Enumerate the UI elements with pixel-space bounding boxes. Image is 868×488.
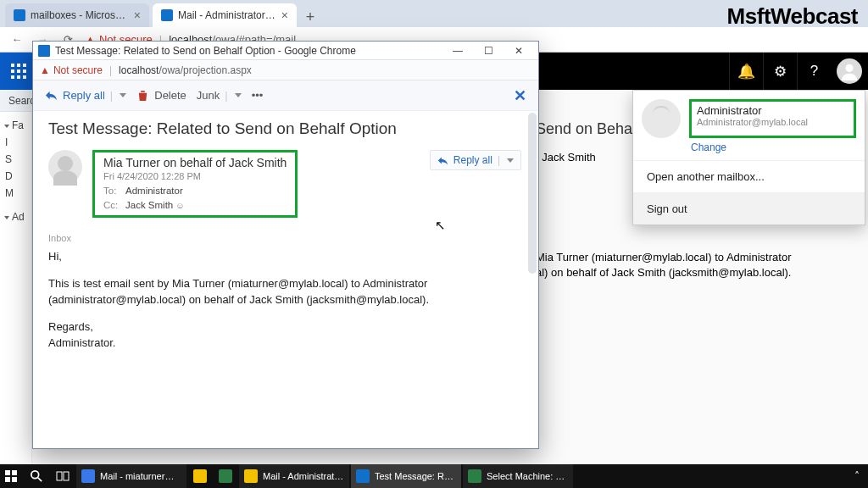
svg-rect-5 (23, 69, 26, 73)
browser-tab[interactable]: mailboxes - Microsoft Exchange × (5, 3, 149, 27)
sender-line: Mia Turner on behalf of Jack Smith (103, 156, 287, 169)
taskbar-app[interactable]: Mail - Administrato... (239, 464, 349, 488)
svg-rect-3 (11, 69, 14, 73)
maximize-button[interactable]: ☐ (474, 42, 503, 59)
folder-label: Inbox (48, 233, 521, 243)
sent-date: Fri 4/24/2020 12:28 PM (103, 171, 287, 181)
svg-rect-0 (11, 64, 14, 67)
tab-favicon (161, 9, 173, 21)
svg-rect-8 (23, 75, 26, 79)
tab-title: Mail - Administrator@mylab.loca (178, 9, 276, 21)
start-button[interactable] (0, 464, 24, 488)
svg-rect-10 (5, 470, 10, 475)
open-another-mailbox-item[interactable]: Open another mailbox... (633, 160, 865, 192)
folder-item-favorites[interactable]: Fa (0, 117, 31, 134)
svg-rect-11 (12, 470, 17, 475)
junk-button[interactable]: Junk| (197, 89, 242, 102)
sender-info-box: Mia Turner on behalf of Jack Smith Fri 4… (92, 150, 298, 218)
help-icon: ? (810, 63, 818, 80)
svg-rect-16 (57, 472, 62, 480)
windows-taskbar: Mail - miaturner@... Mail - Administrato… (0, 464, 868, 488)
gear-icon: ⚙ (774, 63, 787, 80)
folder-item[interactable]: I (0, 134, 31, 151)
settings-button[interactable]: ⚙ (763, 53, 797, 90)
svg-rect-12 (5, 477, 10, 482)
notifications-button[interactable]: 🔔 (729, 53, 763, 90)
avatar (642, 99, 681, 138)
folder-item[interactable]: D (0, 168, 31, 185)
tray-chevron-icon[interactable]: ˄ (854, 470, 860, 482)
folder-item-mailbox[interactable]: Ad (0, 208, 31, 225)
folder-pane: Fa I S D M Ad (0, 112, 32, 464)
task-view-button[interactable] (51, 464, 75, 488)
popup-titlebar[interactable]: Test Message: Related to Send on Behalf … (33, 42, 538, 60)
scrollbar[interactable] (528, 113, 537, 274)
change-link[interactable]: Change (633, 141, 865, 160)
close-message-button[interactable]: ✕ (514, 86, 526, 105)
reply-all-icon (45, 89, 58, 102)
chevron-down-icon[interactable] (235, 93, 242, 97)
profile-identity-box: Administrator Administrator@mylab.local (689, 99, 856, 138)
reply-all-button[interactable]: Reply all| (45, 89, 126, 102)
message-popup-window: Test Message: Related to Send on Behalf … (32, 41, 539, 449)
minimize-button[interactable]: — (443, 42, 472, 59)
popup-title: Test Message: Related to Send on Behalf … (55, 45, 438, 57)
more-actions-button[interactable]: ••• (252, 89, 264, 102)
reply-all-dropdown[interactable]: Reply all | (430, 150, 521, 170)
chevron-down-icon[interactable] (120, 93, 126, 97)
folder-item[interactable]: S (0, 151, 31, 168)
search-button[interactable] (25, 464, 49, 488)
not-secure-badge[interactable]: ▲ Not secure (40, 64, 103, 76)
svg-rect-1 (17, 64, 20, 67)
taskbar-app[interactable]: Mail - miaturner@... (76, 464, 186, 488)
chevron-down-icon[interactable] (507, 158, 514, 163)
tab-favicon (14, 9, 25, 21)
tab-title: mailboxes - Microsoft Exchange (31, 9, 129, 21)
close-window-button[interactable]: ✕ (504, 42, 533, 59)
outlook-icon (38, 45, 50, 57)
folder-item[interactable]: M (0, 185, 31, 202)
message-body: Hi, This is test email sent by Mia Turne… (48, 248, 521, 352)
new-tab-button[interactable]: + (300, 7, 320, 27)
svg-rect-7 (17, 75, 20, 79)
delete-button[interactable]: Delete (136, 89, 186, 102)
taskbar-app[interactable] (188, 464, 212, 488)
system-tray[interactable]: ˄ (846, 470, 868, 482)
trash-icon (136, 89, 149, 102)
sign-out-item[interactable]: Sign out (633, 192, 865, 225)
sender-avatar (48, 150, 82, 184)
profile-menu: Administrator Administrator@mylab.local … (632, 90, 865, 225)
close-icon[interactable]: × (281, 8, 288, 22)
popup-address-bar[interactable]: ▲ Not secure | localhost/owa/projection.… (33, 60, 538, 80)
bg-body-line: Mia Turner (miaturner@mylab.local) to Ad… (536, 250, 860, 265)
svg-rect-17 (64, 472, 69, 480)
svg-rect-13 (12, 477, 17, 482)
svg-point-9 (845, 64, 853, 72)
svg-rect-4 (17, 69, 20, 73)
search-input[interactable]: Searc (0, 90, 34, 112)
svg-rect-2 (23, 64, 26, 67)
profile-button[interactable] (831, 53, 868, 90)
bg-body-line: al) on behalf of Jack Smith (jacksmith@m… (536, 265, 860, 280)
avatar-icon (837, 58, 862, 84)
taskbar-app[interactable] (214, 464, 237, 488)
svg-line-15 (38, 478, 42, 481)
svg-point-14 (31, 471, 39, 479)
svg-rect-6 (11, 75, 14, 79)
profile-name: Administrator (697, 104, 849, 117)
cc-line: Cc:Jack Smith☺ (103, 200, 287, 210)
reply-all-icon (437, 155, 448, 166)
to-line: To:Administrator (103, 186, 287, 196)
browser-tab[interactable]: Mail - Administrator@mylab.loca × (153, 3, 297, 27)
message-subject: Test Message: Related to Send on Behalf … (48, 119, 521, 138)
profile-email: Administrator@mylab.local (697, 117, 849, 127)
help-button[interactable]: ? (797, 53, 831, 90)
back-button[interactable]: ← (8, 31, 25, 48)
watermark: MsftWebcast (727, 3, 858, 30)
taskbar-app[interactable]: Test Message: Relat... (351, 464, 461, 488)
bell-icon: 🔔 (737, 63, 755, 80)
message-toolbar: Reply all| Delete Junk| ••• ✕ (33, 80, 538, 111)
taskbar-app[interactable]: Select Machine: WS... (463, 464, 573, 488)
close-icon[interactable]: × (134, 8, 141, 22)
